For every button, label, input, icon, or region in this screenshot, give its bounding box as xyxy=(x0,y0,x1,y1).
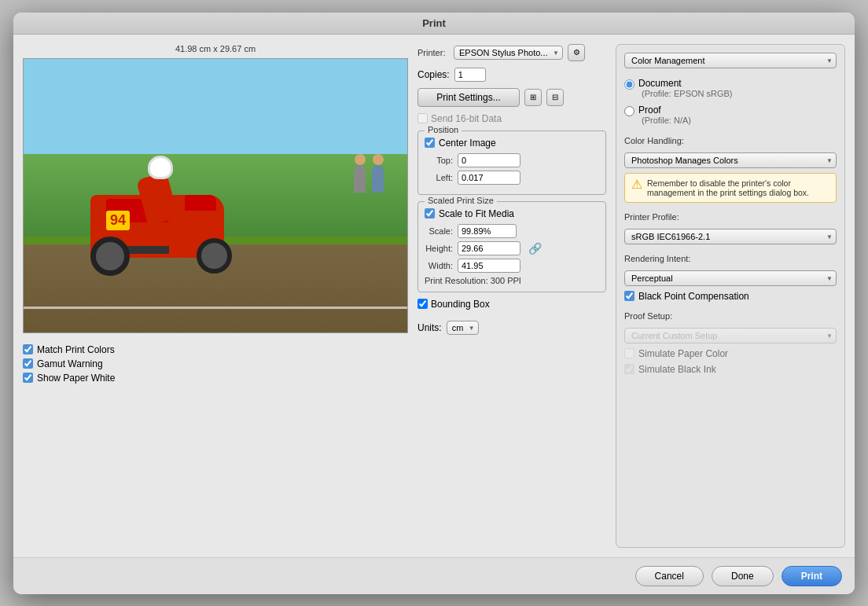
document-profile: (Profile: EPSON sRGB) xyxy=(642,89,733,98)
proof-radio[interactable] xyxy=(624,106,634,116)
print-settings-button[interactable]: Print Settings... xyxy=(417,88,520,107)
height-field-row: Height: 🔗 xyxy=(425,241,599,255)
width-field-row: Width: xyxy=(425,259,599,273)
show-paper-white-checkbox[interactable] xyxy=(23,373,33,383)
right-panel: Color Management Document (Profile: EPSO… xyxy=(616,44,845,548)
simulate-black-ink-item: Simulate Black Ink xyxy=(624,364,837,375)
preview-container: 94 xyxy=(23,58,408,333)
copies-row: Copies: xyxy=(417,68,606,82)
gamut-warning-checkbox[interactable] xyxy=(23,358,33,369)
document-radio-item[interactable]: Document (Profile: EPSON sRGB) xyxy=(624,78,837,98)
units-row: Units: cm in px xyxy=(417,321,606,335)
match-print-colors-checkbox[interactable] xyxy=(23,344,33,354)
simulate-paper-color-label: Simulate Paper Color xyxy=(638,348,728,359)
middle-panel: Printer: EPSON Stylus Photo... ⚙ Copies:… xyxy=(417,44,606,548)
proof-radio-item[interactable]: Proof (Profile: N/A) xyxy=(624,105,837,125)
black-point-label: Black Point Compensation xyxy=(638,291,749,302)
copies-label: Copies: xyxy=(417,69,450,80)
spectators xyxy=(354,154,384,193)
match-print-colors-item[interactable]: Match Print Colors xyxy=(23,344,408,355)
proof-setup-select-wrapper[interactable]: Current Custom Setup xyxy=(624,328,837,343)
scale-to-fit-checkbox[interactable] xyxy=(425,208,435,219)
center-image-label: Center Image xyxy=(439,138,496,149)
simulate-paper-color-item: Simulate Paper Color xyxy=(624,348,837,359)
road-line xyxy=(24,307,407,309)
top-input[interactable] xyxy=(458,153,520,167)
color-handling-select[interactable]: Photoshop Manages Colors xyxy=(624,152,837,168)
printer-icon-btn[interactable]: ⚙ xyxy=(568,44,585,61)
units-select-wrapper[interactable]: cm in px xyxy=(447,321,479,335)
color-handling-select-wrapper[interactable]: Photoshop Manages Colors xyxy=(624,152,837,168)
printer-profile-select[interactable]: sRGB IEC61966-2.1 xyxy=(624,229,837,244)
rendering-intent-select-wrapper[interactable]: Perceptual xyxy=(624,270,837,286)
center-image-checkbox[interactable] xyxy=(425,138,435,148)
show-paper-white-item[interactable]: Show Paper White xyxy=(23,373,408,384)
scaled-print-size-label: Scaled Print Size xyxy=(425,196,497,205)
scale-label: Scale: xyxy=(425,226,453,236)
black-point-checkbox[interactable] xyxy=(624,291,634,301)
print-button[interactable]: Print xyxy=(782,566,842,586)
preview-dimensions: 41.98 cm x 29.67 cm xyxy=(23,44,408,53)
simulate-black-ink-label: Simulate Black Ink xyxy=(638,364,716,375)
bounding-box-checkbox[interactable] xyxy=(417,299,428,309)
proof-profile: (Profile: N/A) xyxy=(642,116,691,125)
send-16bit-label: Send 16-bit Data xyxy=(431,113,502,124)
left-field-row: Left: xyxy=(425,171,599,185)
settings-icon-2[interactable]: ⊟ xyxy=(546,89,564,106)
height-input[interactable] xyxy=(458,241,520,255)
left-panel: 41.98 cm x 29.67 cm xyxy=(23,44,408,548)
spectator-1 xyxy=(354,154,366,193)
scale-to-fit-item[interactable]: Scale to Fit Media xyxy=(425,208,599,219)
left-input[interactable] xyxy=(458,171,520,185)
rider-helmet xyxy=(148,156,173,179)
wheel-back xyxy=(90,237,130,276)
printer-profile-label: Printer Profile: xyxy=(624,212,837,222)
print-dialog: Print 41.98 cm x 29.67 cm xyxy=(13,13,855,594)
dialog-body: 41.98 cm x 29.67 cm xyxy=(13,35,855,557)
title-bar: Print xyxy=(13,13,855,35)
units-select[interactable]: cm in px xyxy=(447,321,479,335)
gamut-warning-item[interactable]: Gamut Warning xyxy=(23,358,408,369)
lock-icon: 🔗 xyxy=(528,242,542,255)
document-label-group: Document (Profile: EPSON sRGB) xyxy=(638,78,733,98)
warning-icon: ⚠ xyxy=(631,178,642,191)
race-number: 94 xyxy=(106,211,130,230)
black-point-item[interactable]: Black Point Compensation xyxy=(624,291,837,302)
seat xyxy=(185,195,216,211)
document-label: Document xyxy=(638,78,733,89)
settings-icon-1[interactable]: ⊞ xyxy=(524,89,542,106)
scale-input[interactable] xyxy=(458,224,517,238)
center-image-item[interactable]: Center Image xyxy=(425,138,599,149)
color-management-select-wrapper[interactable]: Color Management xyxy=(624,53,837,68)
color-management-select[interactable]: Color Management xyxy=(624,53,837,68)
warning-box: ⚠ Remember to disable the printer's colo… xyxy=(624,173,837,203)
dialog-footer: Cancel Done Print xyxy=(13,557,855,594)
rendering-intent-label: Rendering Intent: xyxy=(624,254,837,263)
preview-checkboxes: Match Print Colors Gamut Warning Show Pa… xyxy=(23,344,408,384)
width-input[interactable] xyxy=(458,259,520,273)
printer-select-wrapper[interactable]: EPSON Stylus Photo... xyxy=(454,46,563,60)
copies-input[interactable] xyxy=(454,68,486,82)
printer-profile-select-wrapper[interactable]: sRGB IEC61966-2.1 xyxy=(624,229,837,244)
bounding-box-row[interactable]: Bounding Box xyxy=(417,299,606,310)
warning-text: Remember to disable the printer's color … xyxy=(647,178,829,197)
proof-setup-select[interactable]: Current Custom Setup xyxy=(624,328,837,343)
position-label: Position xyxy=(425,125,462,134)
done-button[interactable]: Done xyxy=(712,566,774,586)
proof-setup-label: Proof Setup: xyxy=(624,311,837,321)
rendering-intent-select[interactable]: Perceptual xyxy=(624,270,837,286)
document-radio[interactable] xyxy=(624,79,634,90)
printer-select[interactable]: EPSON Stylus Photo... xyxy=(454,46,563,60)
height-label: Height: xyxy=(425,244,453,253)
top-field-row: Top: xyxy=(425,153,599,167)
spectator-2 xyxy=(372,154,384,193)
cancel-button[interactable]: Cancel xyxy=(635,566,704,586)
print-settings-row: Print Settings... ⊞ ⊟ xyxy=(417,88,606,107)
proof-label: Proof xyxy=(638,105,691,116)
gamut-warning-label: Gamut Warning xyxy=(37,358,103,369)
color-handling-label: Color Handling: xyxy=(624,136,837,145)
send-16bit-row: Send 16-bit Data xyxy=(417,113,606,124)
printer-row: Printer: EPSON Stylus Photo... ⚙ xyxy=(417,44,606,61)
simulate-paper-color-checkbox xyxy=(624,348,634,358)
simulate-black-ink-checkbox xyxy=(624,364,634,374)
